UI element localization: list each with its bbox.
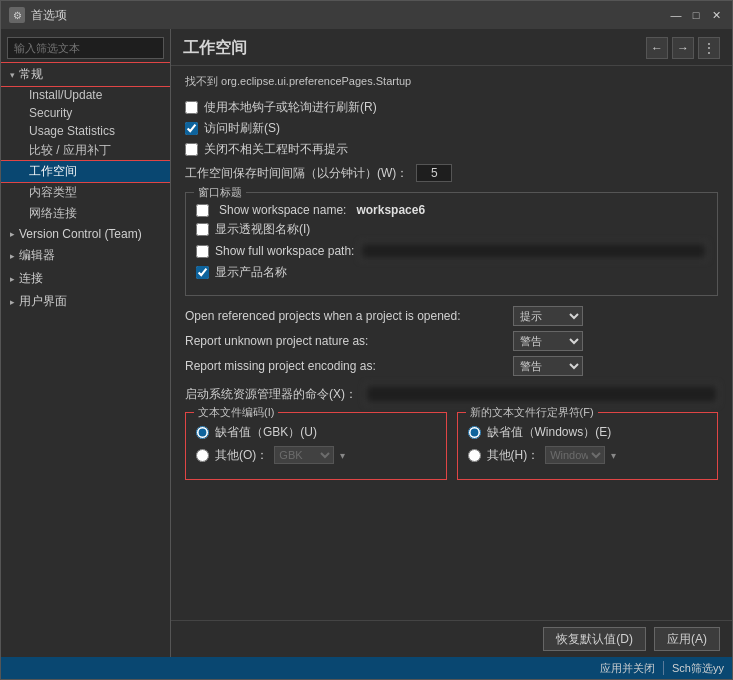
sidebar-item-general[interactable]: 常规 xyxy=(1,63,170,86)
checkbox-full-path-label: Show full workspace path: xyxy=(215,244,354,258)
encoding-other-row: 其他(O)： GBK ▾ xyxy=(196,446,436,464)
bottom-bar: 应用并关闭 Sch筛选yy xyxy=(1,657,732,679)
sidebar-item-version-control[interactable]: Version Control (Team) xyxy=(1,224,170,244)
checkbox-refresh-access: 访问时刷新(S) xyxy=(185,120,718,137)
checkbox-perspective-label: 显示透视图名称(I) xyxy=(215,221,310,238)
panel-header: 工作空间 ← → ⋮ xyxy=(171,29,732,66)
text-encoding-group: 文本文件编码(I) 缺省值（GBK）(U) 其他(O)： GBK xyxy=(185,412,447,480)
forward-button[interactable]: → xyxy=(672,37,694,59)
sidebar-item-ui[interactable]: 用户界面 xyxy=(1,290,170,313)
content-area: 常规 Install/Update Security Usage Statist… xyxy=(1,29,732,657)
delimiter-default-radio[interactable] xyxy=(468,426,481,439)
checkbox-product-name-label: 显示产品名称 xyxy=(215,264,287,281)
checkbox-no-remind: 关闭不相关工程时不再提示 xyxy=(185,141,718,158)
checkbox-full-path-input[interactable] xyxy=(196,245,209,258)
main-panel: 工作空间 ← → ⋮ 找不到 org.eclipse.ui.preference… xyxy=(171,29,732,657)
close-button[interactable]: ✕ xyxy=(708,7,724,23)
delimiter-other-row: 其他(H)： Windows ▾ xyxy=(468,446,708,464)
expand-arrow-editor xyxy=(5,251,19,261)
interval-row: 工作空间保存时间间隔（以分钟计）(W)： xyxy=(185,164,718,182)
checkbox-product-name: 显示产品名称 xyxy=(196,264,707,281)
checkbox-refresh-input[interactable] xyxy=(185,101,198,114)
sidebar-item-workspace[interactable]: 工作空间 xyxy=(1,161,170,182)
apply-button[interactable]: 应用(A) xyxy=(654,627,720,651)
encoding-dropdown-arrow: ▾ xyxy=(340,450,345,461)
panel-content: 找不到 org.eclipse.ui.preferencePages.Start… xyxy=(171,66,732,620)
sidebar-item-content-type[interactable]: 内容类型 xyxy=(1,182,170,203)
encoding-default-radio[interactable] xyxy=(196,426,209,439)
window-title-group: 窗口标题 Show workspace name: workspace6 显示透… xyxy=(185,192,718,296)
sidebar-item-compare[interactable]: 比较 / 应用补丁 xyxy=(1,140,170,161)
expand-arrow-ui xyxy=(5,297,19,307)
delimiter-default-row: 缺省值（Windows）(E) xyxy=(468,424,708,441)
line-delimiter-group: 新的文本文件行定界符(F) 缺省值（Windows）(E) 其他(H)： Win… xyxy=(457,412,719,480)
bottom-groups: 文本文件编码(I) 缺省值（GBK）(U) 其他(O)： GBK xyxy=(185,412,718,480)
window-title-group-label: 窗口标题 xyxy=(194,185,246,200)
nav-arrows: ← → ⋮ xyxy=(646,37,720,59)
report-missing-row: Report missing project encoding as: 警告 错… xyxy=(185,356,718,376)
encoding-other-select[interactable]: GBK xyxy=(274,446,334,464)
encoding-other-input-group: GBK ▾ xyxy=(274,446,345,464)
interval-input[interactable] xyxy=(416,164,452,182)
sidebar-item-network[interactable]: 网络连接 xyxy=(1,203,170,224)
report-missing-select[interactable]: 警告 错误 忽略 xyxy=(513,356,583,376)
cmd-input[interactable] xyxy=(365,384,718,404)
cmd-row: 启动系统资源管理器的命令(X)： xyxy=(185,384,718,404)
delimiter-other-input-group: Windows ▾ xyxy=(545,446,616,464)
info-text: 找不到 org.eclipse.ui.preferencePages.Start… xyxy=(185,74,718,89)
sidebar-item-usage-statistics[interactable]: Usage Statistics xyxy=(1,122,170,140)
maximize-button[interactable]: □ xyxy=(688,7,704,23)
encoding-other-radio[interactable] xyxy=(196,449,209,462)
sidebar-item-security[interactable]: Security xyxy=(1,104,170,122)
sidebar-search-input[interactable] xyxy=(7,37,164,59)
interval-label: 工作空间保存时间间隔（以分钟计）(W)： xyxy=(185,165,408,182)
cancel-text[interactable]: Sch筛选yy xyxy=(672,661,724,676)
text-encoding-label: 文本文件编码(I) xyxy=(194,405,278,420)
workspace-name-label: Show workspace name: xyxy=(219,203,346,217)
line-delimiter-label: 新的文本文件行定界符(F) xyxy=(466,405,598,420)
checkbox-perspective: 显示透视图名称(I) xyxy=(196,221,707,238)
sidebar-label-general: 常规 xyxy=(19,66,43,83)
back-button[interactable]: ← xyxy=(646,37,668,59)
checkbox-full-path: Show full workspace path: xyxy=(196,242,707,260)
expand-arrow-general xyxy=(5,70,19,80)
checkbox-refresh-access-input[interactable] xyxy=(185,122,198,135)
sidebar-item-editor[interactable]: 编辑器 xyxy=(1,244,170,267)
panel-footer: 恢复默认值(D) 应用(A) xyxy=(171,620,732,657)
workspace-name-value: workspace6 xyxy=(356,203,425,217)
sidebar-item-install-update[interactable]: Install/Update xyxy=(1,86,170,104)
encoding-default-row: 缺省值（GBK）(U) xyxy=(196,424,436,441)
report-unknown-row: Report unknown project nature as: 警告 错误 … xyxy=(185,331,718,351)
delimiter-other-radio[interactable] xyxy=(468,449,481,462)
minimize-button[interactable]: — xyxy=(668,7,684,23)
sidebar: 常规 Install/Update Security Usage Statist… xyxy=(1,29,171,657)
delimiter-other-select[interactable]: Windows xyxy=(545,446,605,464)
window-title: 首选项 xyxy=(31,7,67,24)
checkbox-refresh-access-label: 访问时刷新(S) xyxy=(204,120,280,137)
checkbox-product-name-input[interactable] xyxy=(196,266,209,279)
checkbox-perspective-input[interactable] xyxy=(196,223,209,236)
apply-close-button[interactable]: 应用并关闭 xyxy=(600,661,655,676)
checkbox-refresh-label: 使用本地钩子或轮询进行刷新(R) xyxy=(204,99,377,116)
checkbox-show-workspace-input[interactable] xyxy=(196,204,209,217)
window-controls: — □ ✕ xyxy=(668,7,724,23)
encoding-default-label: 缺省值（GBK）(U) xyxy=(215,424,317,441)
report-unknown-select[interactable]: 警告 错误 忽略 xyxy=(513,331,583,351)
open-referenced-select[interactable]: 提示 总是 从不 xyxy=(513,306,583,326)
main-window: ⚙ 首选项 — □ ✕ 常规 Install/Update xyxy=(0,0,733,680)
report-missing-label: Report missing project encoding as: xyxy=(185,359,505,373)
panel-title: 工作空间 xyxy=(183,38,247,59)
sidebar-item-connect[interactable]: 连接 xyxy=(1,267,170,290)
delimiter-other-label: 其他(H)： xyxy=(487,447,540,464)
checkbox-no-remind-input[interactable] xyxy=(185,143,198,156)
delimiter-default-label: 缺省值（Windows）(E) xyxy=(487,424,612,441)
restore-defaults-button[interactable]: 恢复默认值(D) xyxy=(543,627,646,651)
full-path-value xyxy=(360,242,707,260)
menu-button[interactable]: ⋮ xyxy=(698,37,720,59)
cmd-label: 启动系统资源管理器的命令(X)： xyxy=(185,386,357,403)
title-bar-left: ⚙ 首选项 xyxy=(9,7,67,24)
checkbox-refresh: 使用本地钩子或轮询进行刷新(R) xyxy=(185,99,718,116)
report-unknown-label: Report unknown project nature as: xyxy=(185,334,505,348)
checkbox-no-remind-label: 关闭不相关工程时不再提示 xyxy=(204,141,348,158)
bottom-bar-separator xyxy=(663,661,664,675)
